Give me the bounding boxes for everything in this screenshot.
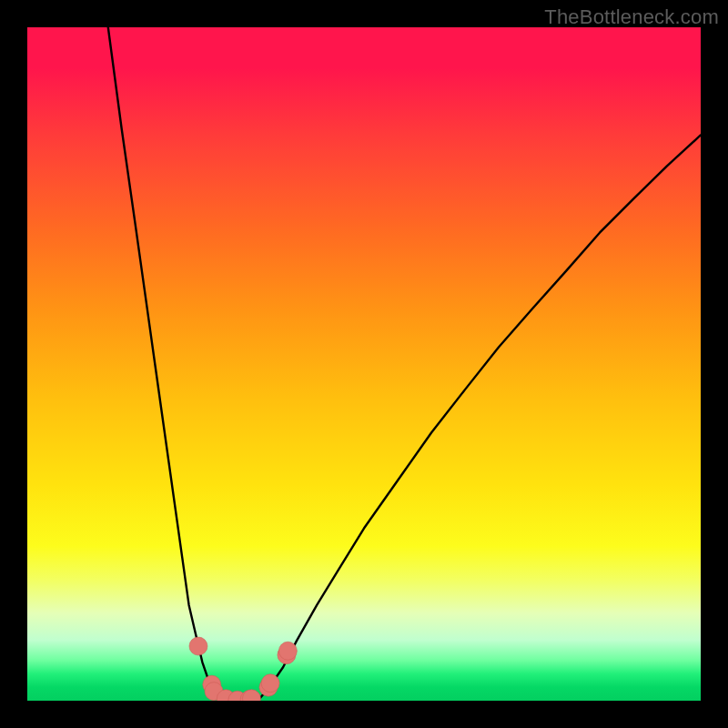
- data-marker: [278, 642, 297, 660]
- chart-svg: [27, 27, 701, 701]
- chart-frame: TheBottleneck.com: [0, 0, 728, 728]
- data-marker: [261, 674, 279, 693]
- data-marker: [189, 637, 207, 655]
- bottleneck-curve: [108, 27, 701, 701]
- plot-area: [27, 27, 701, 701]
- watermark-text: TheBottleneck.com: [544, 5, 719, 29]
